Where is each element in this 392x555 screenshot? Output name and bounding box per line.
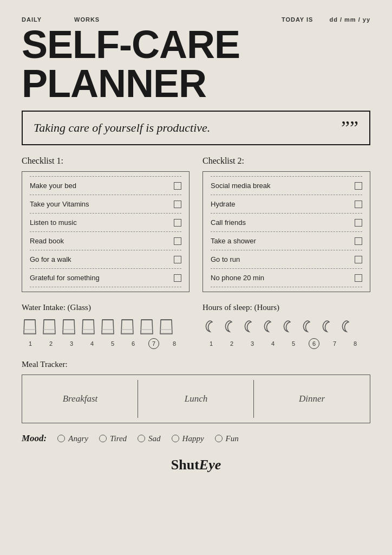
list-item: Social media break [211,176,362,195]
checkbox[interactable] [174,274,181,282]
mood-circle-tired[interactable] [99,435,107,442]
water-title: Water Intake: (Glass) [22,303,190,312]
water-num-8: 8 [173,340,176,347]
list-item: Go to run [211,250,362,269]
glass-icon-7 [139,318,155,336]
mood-circle-angry[interactable] [57,435,65,442]
sleep-numbers: 1 2 3 4 5 6 7 8 [202,338,370,349]
checkbox[interactable] [174,219,181,227]
list-item: Listen to music [30,214,181,232]
main-title: SELF-CARE PLANNER [22,25,370,103]
moon-icon-1 [202,318,219,336]
water-num-4: 4 [90,340,94,347]
checkbox[interactable] [355,219,362,227]
meta-daily: DAILY [22,16,42,23]
item-label: Grateful for something [30,274,100,282]
list-item: No phone 20 min [211,269,362,287]
breakfast-col: Breakfast [22,375,138,423]
item-label: Call friends [211,218,246,227]
meta-date: dd / mm / yy [329,16,370,23]
water-num-2: 2 [49,340,53,347]
moon-icon-6 [300,318,316,336]
meta-right: TODAY IS dd / mm / yy [282,16,370,23]
mood-row: Mood: Angry Tired Sad Happy Fun [22,433,370,444]
breakfast-label: Breakfast [63,393,98,404]
mood-text-tired: Tired [110,434,127,443]
checkbox[interactable] [174,256,181,263]
glass-icon-2 [41,318,57,336]
quote-icon: ”” [341,118,358,138]
mood-circle-sad[interactable] [138,435,145,442]
checklist2-title: Checklist 2: [202,156,370,166]
list-item: Grateful for something [30,269,181,287]
mood-option-sad[interactable]: Sad [138,434,161,443]
glass-icon-5 [100,318,116,336]
list-item: Read book [30,232,181,250]
mood-option-happy[interactable]: Happy [172,434,204,443]
dinner-label: Dinner [299,393,325,404]
item-label: Read book [30,237,64,245]
trackers-row: Water Intake: (Glass) [22,303,370,349]
tagline-text: Taking care of yourself is productive. [34,121,210,135]
item-label: Go for a walk [30,255,71,263]
checklist2-section: Checklist 2: Social media break Hydrate … [202,156,370,292]
checkbox[interactable] [355,274,362,282]
moon-icon-8 [339,318,355,336]
meta-today-label: TODAY IS [282,16,313,23]
sleep-title: Hours of sleep: (Hours) [202,303,370,312]
list-item: Call friends [211,214,362,232]
meta-left: DAILY WORKS [22,16,100,23]
glass-icon-6 [119,318,135,336]
mood-option-angry[interactable]: Angry [57,434,88,443]
list-item: Hydrate [211,195,362,214]
water-icons [22,318,190,336]
meal-tracker-section: Meal Tracker: Breakfast Lunch Dinner [22,360,370,423]
moon-icon-2 [222,318,238,336]
meal-title: Meal Tracker: [22,360,370,369]
list-item: Make your bed [30,176,181,195]
item-label: Go to run [211,255,240,263]
list-item: Take a shower [211,232,362,250]
moon-icon-4 [261,318,277,336]
checkbox[interactable] [174,182,181,190]
checklist2-box: Social media break Hydrate Call friends … [202,171,370,292]
mood-option-tired[interactable]: Tired [99,434,127,443]
water-num-3: 3 [70,340,73,347]
moon-icon-7 [319,318,336,336]
moon-icon-3 [241,318,258,336]
mood-text-angry: Angry [68,434,88,443]
meta-works: WORKS [74,16,100,23]
checkbox[interactable] [174,237,181,245]
water-num-1: 1 [29,340,32,347]
checkbox[interactable] [174,201,181,208]
checklists-row: Checklist 1: Make your bed Take your Vit… [22,156,370,292]
checkbox[interactable] [355,182,362,190]
sleep-num-3: 3 [251,340,254,347]
mood-circle-fun[interactable] [215,435,223,442]
sleep-num-1: 1 [210,340,213,347]
item-label: Take a shower [211,237,256,245]
list-item: Go for a walk [30,250,181,269]
sleep-icons [202,318,370,336]
meal-box: Breakfast Lunch Dinner [22,375,370,423]
top-meta: DAILY WORKS TODAY IS dd / mm / yy [22,16,370,23]
checkbox[interactable] [355,237,362,245]
tagline-box: Taking care of yourself is productive. ”… [22,111,370,145]
glass-icon-4 [80,318,96,336]
mood-circle-happy[interactable] [172,435,179,442]
item-label: Listen to music [30,218,77,227]
water-numbers: 1 2 3 4 5 6 7 8 [22,338,190,349]
item-label: Take your Vitamins [30,200,89,208]
sleep-num-2: 2 [230,340,233,347]
list-item: Take your Vitamins [30,195,181,214]
water-intake-section: Water Intake: (Glass) [22,303,190,349]
item-label: Social media break [211,182,271,190]
mood-option-fun[interactable]: Fun [215,434,239,443]
checklist1-box: Make your bed Take your Vitamins Listen … [22,171,190,292]
sleep-num-6-circled: 6 [309,338,319,349]
checkbox[interactable] [355,201,362,208]
page: DAILY WORKS TODAY IS dd / mm / yy SELF-C… [0,0,392,555]
checkbox[interactable] [355,256,362,263]
mood-label: Mood: [22,433,47,444]
mood-text-fun: Fun [226,434,239,443]
